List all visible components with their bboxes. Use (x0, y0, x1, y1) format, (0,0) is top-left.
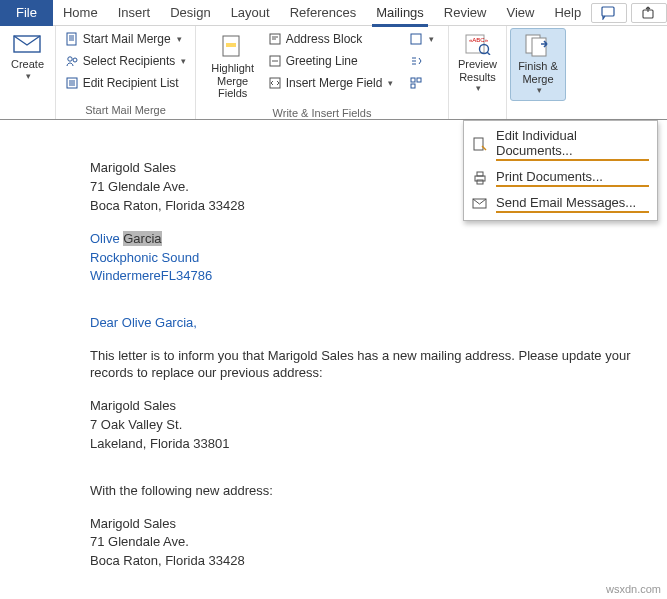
tab-insert[interactable]: Insert (108, 0, 161, 26)
menu-edit-individual[interactable]: Edit Individual Documents... (466, 124, 655, 165)
svg-rect-23 (477, 172, 483, 176)
tab-references[interactable]: References (280, 0, 366, 26)
preview-label: Preview Results (455, 58, 501, 83)
group-create-label (6, 102, 49, 119)
printer-icon (472, 170, 488, 186)
svg-rect-0 (602, 7, 614, 16)
preview-icon: «ABC» (464, 33, 492, 55)
recip-last: Garcia (123, 231, 161, 246)
svg-point-5 (73, 58, 77, 62)
old-addr2: Lakeland, Florida 33801 (90, 436, 667, 453)
body-1: This letter is to inform you that Marigo… (90, 348, 635, 382)
svg-rect-12 (411, 34, 421, 44)
address-block-button[interactable]: Address Block (263, 28, 399, 50)
finish-merge-button[interactable]: Finish & Merge▾ (510, 28, 566, 101)
update-labels-button[interactable] (404, 72, 439, 94)
edit-recipient-list-label: Edit Recipient List (83, 76, 179, 90)
tab-help[interactable]: Help (544, 0, 591, 26)
rules-button[interactable]: ▾ (404, 28, 439, 50)
address-block-label: Address Block (286, 32, 363, 46)
tab-design[interactable]: Design (160, 0, 220, 26)
update-icon (409, 76, 423, 90)
menu-print-label: Print Documents... (496, 169, 649, 187)
start-mail-merge-button[interactable]: Start Mail Merge▾ (60, 28, 192, 50)
match-icon (409, 54, 423, 68)
svg-rect-14 (417, 78, 421, 82)
svg-text:«ABC»: «ABC» (469, 37, 489, 43)
comments-button[interactable] (591, 3, 627, 23)
envelope-icon (13, 33, 43, 55)
create-label: Create (11, 58, 44, 71)
highlight-label: Highlight Merge Fields (208, 62, 258, 100)
old-addr1: 7 Oak Valley St. (90, 417, 667, 434)
body-2: With the following new address: (90, 483, 667, 500)
tab-view[interactable]: View (496, 0, 544, 26)
group-start-label: Start Mail Merge (62, 102, 189, 119)
old-name: Marigold Sales (90, 398, 667, 415)
greeting: Dear Olive Garcia, (90, 315, 667, 332)
group-write-label: Write & Insert Fields (202, 105, 442, 122)
finish-merge-label: Finish & Merge (513, 60, 563, 85)
menu-print-documents[interactable]: Print Documents... (466, 165, 655, 191)
recip-first: Olive (90, 231, 120, 246)
rules-icon (409, 32, 423, 46)
insert-merge-field-button[interactable]: Insert Merge Field▾ (263, 72, 399, 94)
people-icon (65, 54, 79, 68)
greeting-icon (268, 54, 282, 68)
select-recipients-button[interactable]: Select Recipients▾ (60, 50, 192, 72)
share-button[interactable] (631, 3, 667, 23)
greeting-line-button[interactable]: Greeting Line (263, 50, 399, 72)
recip-cityzip: WindermereFL34786 (90, 268, 667, 285)
finish-merge-icon (523, 33, 553, 57)
email-icon (472, 196, 488, 212)
finish-merge-menu: Edit Individual Documents... Print Docum… (463, 120, 658, 221)
select-recipients-label: Select Recipients (83, 54, 176, 68)
highlight-merge-fields-button[interactable]: Highlight Merge Fields (205, 28, 261, 105)
menu-email-label: Send Email Messages... (496, 195, 649, 213)
menu-send-email[interactable]: Send Email Messages... (466, 191, 655, 217)
tab-layout[interactable]: Layout (221, 0, 280, 26)
svg-rect-21 (474, 138, 483, 150)
recip-company: Rockphonic Sound (90, 250, 667, 267)
svg-rect-15 (411, 84, 415, 88)
svg-rect-13 (411, 78, 415, 82)
watermark: wsxdn.com (606, 583, 661, 595)
menu-edit-label: Edit Individual Documents... (496, 128, 649, 161)
preview-results-button[interactable]: «ABC» Preview Results▾ (452, 28, 504, 99)
tab-file[interactable]: File (0, 0, 53, 26)
highlight-icon (220, 33, 246, 59)
start-mail-merge-label: Start Mail Merge (83, 32, 171, 46)
tab-bar: File Home Insert Design Layout Reference… (0, 0, 667, 26)
svg-point-4 (67, 57, 71, 61)
greeting-line-label: Greeting Line (286, 54, 358, 68)
insert-merge-field-label: Insert Merge Field (286, 76, 383, 90)
tab-review[interactable]: Review (434, 0, 497, 26)
tab-mailings[interactable]: Mailings (366, 0, 434, 26)
merge-field-icon (268, 76, 282, 90)
edit-list-icon (65, 76, 79, 90)
create-button[interactable]: Create ▾ (3, 28, 53, 86)
new-name: Marigold Sales (90, 516, 667, 533)
tab-home[interactable]: Home (53, 0, 108, 26)
document-icon (65, 32, 79, 46)
new-addr2: Boca Raton, Florida 33428 (90, 553, 667, 570)
match-fields-button[interactable] (404, 50, 439, 72)
edit-doc-icon (472, 137, 488, 153)
ribbon: Create ▾ Start Mail Merge▾ Select Recipi… (0, 26, 667, 120)
edit-recipient-list-button[interactable]: Edit Recipient List (60, 72, 192, 94)
svg-rect-8 (226, 43, 236, 47)
svg-rect-20 (532, 38, 546, 56)
address-block-icon (268, 32, 282, 46)
chevron-down-icon: ▾ (26, 71, 31, 81)
svg-rect-3 (67, 33, 76, 45)
new-addr1: 71 Glendale Ave. (90, 534, 667, 551)
